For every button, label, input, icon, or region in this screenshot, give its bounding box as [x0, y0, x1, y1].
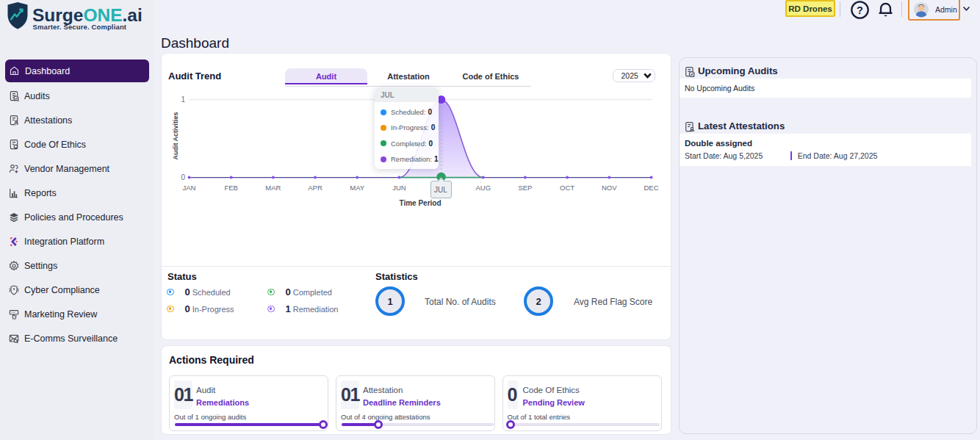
svg-text:Smarter. Secure. Compliant: Smarter. Secure. Compliant: [33, 23, 127, 31]
svg-text:?: ?: [857, 4, 863, 15]
